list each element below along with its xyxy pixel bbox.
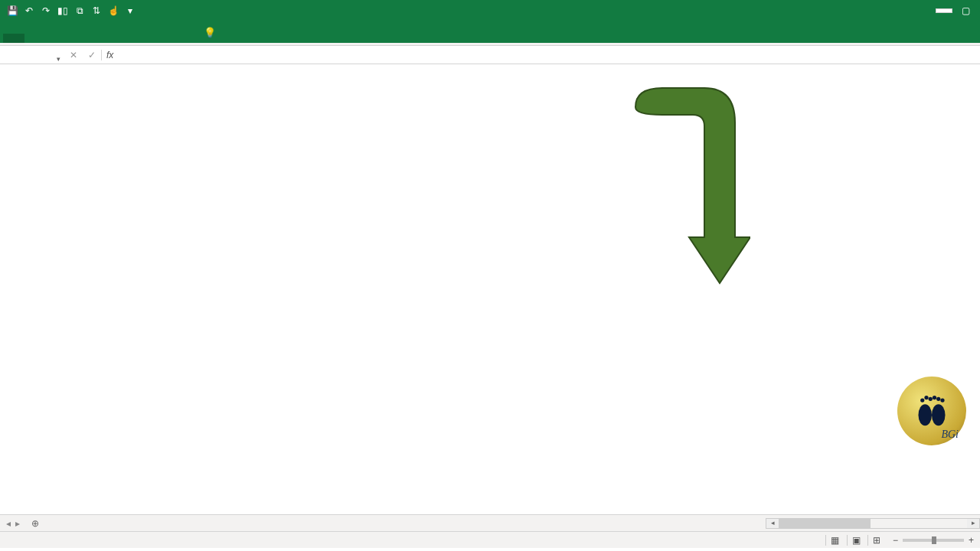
enter-icon[interactable]: ✓ — [83, 50, 101, 60]
svg-point-1 — [932, 404, 946, 425]
zoom-slider[interactable] — [903, 539, 964, 542]
sheet-nav-last-icon[interactable]: ▸ — [14, 518, 21, 529]
svg-point-2 — [920, 398, 924, 402]
tab-file[interactable] — [3, 34, 24, 43]
lightbulb-icon: 💡 — [204, 27, 216, 38]
view-page-layout-icon[interactable]: ▣ — [847, 535, 865, 546]
arrow-shape — [628, 84, 750, 298]
fx-icon[interactable]: fx — [102, 50, 118, 60]
undo-icon[interactable]: ↶ — [21, 3, 37, 18]
svg-point-7 — [940, 398, 944, 402]
tab-page-layout[interactable] — [89, 34, 110, 43]
svg-point-5 — [933, 396, 936, 399]
sheet-nav-first-icon[interactable]: ◂ — [5, 518, 12, 529]
svg-point-3 — [924, 396, 928, 399]
zoom-in-icon[interactable]: + — [969, 535, 974, 546]
view-normal-icon[interactable]: ▦ — [825, 535, 844, 546]
more-icon[interactable]: ▾ — [122, 3, 138, 18]
view-page-break-icon[interactable]: ⊞ — [867, 535, 885, 546]
formula-bar: ✕ ✓ fx — [0, 46, 980, 64]
ribbon-tabs: 💡 — [0, 21, 980, 43]
add-sheet-button[interactable]: ⊕ — [26, 518, 44, 529]
sort-icon[interactable]: ⇅ — [89, 3, 104, 18]
save-icon[interactable]: 💾 — [5, 3, 20, 18]
touch-icon[interactable]: ☝ — [106, 3, 121, 18]
channel-logo: BGi — [897, 377, 966, 445]
cancel-icon[interactable]: ✕ — [64, 50, 83, 60]
title-bar: 💾 ↶ ↷ ▮▯ ⧉ ⇅ ☝ ▾ ▢ — [0, 0, 980, 21]
quick-access-toolbar: 💾 ↶ ↷ ▮▯ ⧉ ⇅ ☝ ▾ — [0, 3, 142, 18]
tab-review[interactable] — [132, 34, 153, 43]
redo-icon[interactable]: ↷ — [38, 3, 54, 18]
tab-insert[interactable] — [46, 34, 67, 43]
sheet-tab-bar: ◂ ▸ ⊕ ◂▸ — [0, 514, 980, 531]
tab-help[interactable] — [175, 34, 196, 43]
ribbon-options-icon[interactable]: ▢ — [957, 5, 974, 16]
sign-in-button[interactable] — [936, 8, 952, 13]
horizontal-scrollbar[interactable]: ◂▸ — [766, 518, 980, 529]
copy-icon[interactable]: ⧉ — [72, 3, 87, 18]
tab-draw[interactable] — [67, 34, 89, 43]
view-buttons: ▦ ▣ ⊞ — [825, 535, 885, 546]
tab-formulas[interactable] — [110, 34, 132, 43]
tab-view[interactable] — [153, 34, 175, 43]
svg-point-4 — [929, 397, 933, 401]
svg-point-0 — [919, 404, 933, 425]
svg-point-6 — [936, 397, 940, 401]
tab-home[interactable] — [24, 34, 46, 43]
status-bar: ▦ ▣ ⊞ − + — [0, 531, 980, 548]
chart-icon[interactable]: ▮▯ — [55, 3, 70, 18]
zoom-out-icon[interactable]: − — [893, 535, 898, 546]
spreadsheet-grid[interactable]: BGi — [0, 64, 980, 514]
tell-me[interactable]: 💡 — [196, 22, 228, 43]
